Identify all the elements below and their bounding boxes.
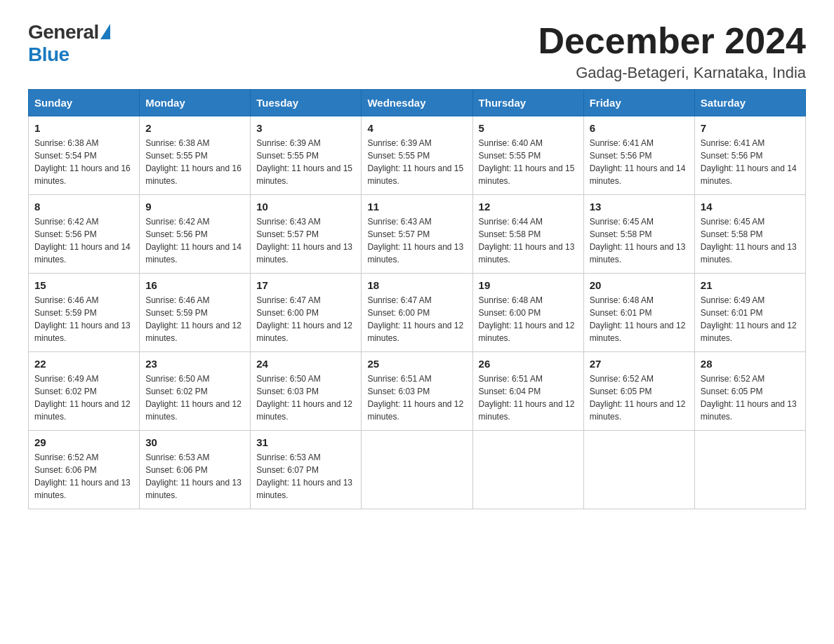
logo: General Blue: [28, 21, 110, 66]
calendar-cell: 21Sunrise: 6:49 AMSunset: 6:01 PMDayligh…: [694, 274, 805, 352]
main-title: December 2024: [538, 21, 806, 61]
day-number: 7: [701, 122, 800, 134]
day-info: Sunrise: 6:46 AMSunset: 5:59 PMDaylight:…: [34, 294, 133, 344]
calendar-body: 1Sunrise: 6:38 AMSunset: 5:54 PMDaylight…: [29, 116, 806, 509]
day-info: Sunrise: 6:42 AMSunset: 5:56 PMDaylight:…: [145, 215, 244, 266]
day-number: 23: [145, 358, 244, 370]
day-number: 1: [34, 122, 133, 134]
day-info: Sunrise: 6:42 AMSunset: 5:56 PMDaylight:…: [34, 215, 133, 266]
day-info: Sunrise: 6:43 AMSunset: 5:57 PMDaylight:…: [256, 215, 355, 266]
week-row-1: 1Sunrise: 6:38 AMSunset: 5:54 PMDaylight…: [29, 116, 806, 195]
calendar-cell: 30Sunrise: 6:53 AMSunset: 6:06 PMDayligh…: [140, 431, 251, 509]
week-row-3: 15Sunrise: 6:46 AMSunset: 5:59 PMDayligh…: [29, 274, 806, 352]
calendar-cell: 18Sunrise: 6:47 AMSunset: 6:00 PMDayligh…: [362, 274, 472, 352]
weekday-header-sunday: Sunday: [29, 90, 140, 116]
day-info: Sunrise: 6:38 AMSunset: 5:55 PMDaylight:…: [145, 137, 244, 187]
day-info: Sunrise: 6:50 AMSunset: 6:03 PMDaylight:…: [256, 373, 355, 423]
calendar-cell: 14Sunrise: 6:45 AMSunset: 5:58 PMDayligh…: [694, 195, 805, 274]
logo-triangle-icon: [100, 24, 110, 39]
day-number: 16: [145, 279, 244, 291]
day-number: 21: [701, 279, 800, 291]
calendar-cell: 12Sunrise: 6:44 AMSunset: 5:58 PMDayligh…: [472, 195, 583, 274]
calendar-cell: 27Sunrise: 6:52 AMSunset: 6:05 PMDayligh…: [583, 352, 694, 431]
day-number: 24: [256, 358, 355, 370]
day-number: 15: [34, 279, 133, 291]
day-number: 10: [256, 201, 355, 213]
weekday-header-friday: Friday: [583, 90, 694, 116]
calendar-cell: 7Sunrise: 6:41 AMSunset: 5:56 PMDaylight…: [694, 116, 805, 195]
calendar-cell: 16Sunrise: 6:46 AMSunset: 5:59 PMDayligh…: [140, 274, 251, 352]
day-number: 28: [701, 358, 800, 370]
weekday-header-saturday: Saturday: [694, 90, 805, 116]
day-number: 12: [479, 201, 578, 213]
day-number: 30: [145, 436, 244, 448]
day-number: 26: [479, 358, 578, 370]
day-info: Sunrise: 6:39 AMSunset: 5:55 PMDaylight:…: [367, 137, 466, 187]
calendar-cell: 20Sunrise: 6:48 AMSunset: 6:01 PMDayligh…: [583, 274, 694, 352]
day-info: Sunrise: 6:52 AMSunset: 6:05 PMDaylight:…: [701, 373, 800, 423]
calendar-cell: 25Sunrise: 6:51 AMSunset: 6:03 PMDayligh…: [362, 352, 472, 431]
title-block: December 2024 Gadag-Betageri, Karnataka,…: [538, 21, 806, 82]
calendar-cell: 28Sunrise: 6:52 AMSunset: 6:05 PMDayligh…: [694, 352, 805, 431]
day-number: 29: [34, 436, 133, 448]
calendar-cell: 11Sunrise: 6:43 AMSunset: 5:57 PMDayligh…: [362, 195, 472, 274]
calendar-cell: 29Sunrise: 6:52 AMSunset: 6:06 PMDayligh…: [29, 431, 140, 509]
day-info: Sunrise: 6:46 AMSunset: 5:59 PMDaylight:…: [145, 294, 244, 344]
calendar-cell: 26Sunrise: 6:51 AMSunset: 6:04 PMDayligh…: [472, 352, 583, 431]
day-info: Sunrise: 6:52 AMSunset: 6:05 PMDaylight:…: [590, 373, 689, 423]
day-info: Sunrise: 6:49 AMSunset: 6:02 PMDaylight:…: [34, 373, 133, 423]
day-number: 5: [479, 122, 578, 134]
day-number: 3: [256, 122, 355, 134]
day-number: 14: [701, 201, 800, 213]
day-number: 17: [256, 279, 355, 291]
day-info: Sunrise: 6:49 AMSunset: 6:01 PMDaylight:…: [701, 294, 800, 344]
calendar-cell: [583, 431, 694, 509]
day-number: 13: [590, 201, 689, 213]
day-info: Sunrise: 6:50 AMSunset: 6:02 PMDaylight:…: [145, 373, 244, 423]
day-number: 27: [590, 358, 689, 370]
day-info: Sunrise: 6:45 AMSunset: 5:58 PMDaylight:…: [701, 215, 800, 266]
day-info: Sunrise: 6:52 AMSunset: 6:06 PMDaylight:…: [34, 451, 133, 502]
day-info: Sunrise: 6:43 AMSunset: 5:57 PMDaylight:…: [367, 215, 466, 266]
day-number: 2: [145, 122, 244, 134]
calendar-cell: 31Sunrise: 6:53 AMSunset: 6:07 PMDayligh…: [251, 431, 362, 509]
calendar-cell: [362, 431, 472, 509]
week-row-5: 29Sunrise: 6:52 AMSunset: 6:06 PMDayligh…: [29, 431, 806, 509]
day-info: Sunrise: 6:53 AMSunset: 6:06 PMDaylight:…: [145, 451, 244, 502]
week-row-2: 8Sunrise: 6:42 AMSunset: 5:56 PMDaylight…: [29, 195, 806, 274]
day-info: Sunrise: 6:53 AMSunset: 6:07 PMDaylight:…: [256, 451, 355, 502]
calendar-cell: 4Sunrise: 6:39 AMSunset: 5:55 PMDaylight…: [362, 116, 472, 195]
calendar-cell: 6Sunrise: 6:41 AMSunset: 5:56 PMDaylight…: [583, 116, 694, 195]
calendar-cell: 10Sunrise: 6:43 AMSunset: 5:57 PMDayligh…: [251, 195, 362, 274]
calendar-cell: 22Sunrise: 6:49 AMSunset: 6:02 PMDayligh…: [29, 352, 140, 431]
day-info: Sunrise: 6:47 AMSunset: 6:00 PMDaylight:…: [367, 294, 466, 344]
day-number: 31: [256, 436, 355, 448]
calendar-cell: [472, 431, 583, 509]
calendar-cell: 9Sunrise: 6:42 AMSunset: 5:56 PMDaylight…: [140, 195, 251, 274]
day-info: Sunrise: 6:48 AMSunset: 6:00 PMDaylight:…: [479, 294, 578, 344]
day-info: Sunrise: 6:48 AMSunset: 6:01 PMDaylight:…: [590, 294, 689, 344]
logo-general-text: General: [28, 21, 99, 43]
day-number: 8: [34, 201, 133, 213]
day-number: 4: [367, 122, 466, 134]
calendar-cell: 19Sunrise: 6:48 AMSunset: 6:00 PMDayligh…: [472, 274, 583, 352]
page-header: General Blue December 2024 Gadag-Betager…: [28, 21, 806, 82]
day-info: Sunrise: 6:41 AMSunset: 5:56 PMDaylight:…: [701, 137, 800, 187]
day-info: Sunrise: 6:51 AMSunset: 6:04 PMDaylight:…: [479, 373, 578, 423]
calendar-header: SundayMondayTuesdayWednesdayThursdayFrid…: [29, 90, 806, 116]
day-number: 25: [367, 358, 466, 370]
calendar-cell: 15Sunrise: 6:46 AMSunset: 5:59 PMDayligh…: [29, 274, 140, 352]
weekday-header-monday: Monday: [140, 90, 251, 116]
day-number: 20: [590, 279, 689, 291]
day-number: 18: [367, 279, 466, 291]
calendar-table: SundayMondayTuesdayWednesdayThursdayFrid…: [28, 89, 806, 509]
day-info: Sunrise: 6:44 AMSunset: 5:58 PMDaylight:…: [479, 215, 578, 266]
day-number: 22: [34, 358, 133, 370]
day-number: 11: [367, 201, 466, 213]
week-row-4: 22Sunrise: 6:49 AMSunset: 6:02 PMDayligh…: [29, 352, 806, 431]
day-number: 9: [145, 201, 244, 213]
day-info: Sunrise: 6:47 AMSunset: 6:00 PMDaylight:…: [256, 294, 355, 344]
calendar-cell: 13Sunrise: 6:45 AMSunset: 5:58 PMDayligh…: [583, 195, 694, 274]
weekday-header-row: SundayMondayTuesdayWednesdayThursdayFrid…: [29, 90, 806, 116]
location-subtitle: Gadag-Betageri, Karnataka, India: [538, 64, 806, 82]
